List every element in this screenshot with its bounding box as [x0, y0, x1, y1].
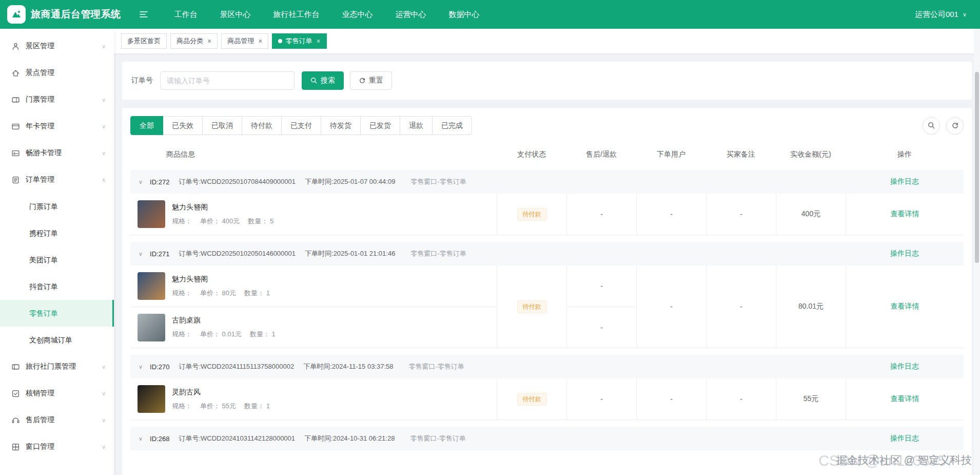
- pay-status-cell: 待付款: [497, 194, 566, 235]
- sidebar-subitem[interactable]: 文创商城订单: [0, 327, 114, 353]
- filter-tab[interactable]: 待付款: [242, 116, 282, 135]
- action-cell: 查看详情: [846, 378, 964, 420]
- close-icon[interactable]: ×: [207, 37, 211, 45]
- topnav-item[interactable]: 工作台: [163, 0, 209, 29]
- product-cell: 魅力头簪阁规格：单价： 80元数量： 1: [130, 265, 497, 307]
- sidebar-item[interactable]: 订单管理∧: [0, 166, 114, 193]
- sidebar-item[interactable]: 旅行社门票管理∨: [0, 353, 114, 380]
- refund-cell: -: [566, 378, 636, 420]
- sidebar-item[interactable]: 畅游卡管理∨: [0, 140, 114, 166]
- sidebar-subitem[interactable]: 美团订单: [0, 246, 114, 273]
- quantity: 数量： 1: [244, 289, 270, 298]
- search-button[interactable]: 搜索: [302, 71, 344, 90]
- chevron-down-icon[interactable]: ∨: [130, 179, 150, 185]
- topnav-item[interactable]: 景区中心: [209, 0, 262, 29]
- chevron-down-icon[interactable]: ∨: [130, 435, 150, 442]
- filter-tab[interactable]: 已发货: [360, 116, 400, 135]
- tab-item[interactable]: 商品管理×: [221, 33, 268, 49]
- filter-tab[interactable]: 全部: [130, 116, 163, 135]
- tab-label: 零售订单: [285, 36, 312, 46]
- order-no-label: 订单号: [131, 76, 153, 85]
- reset-button[interactable]: 重置: [350, 71, 392, 90]
- operation-log-link[interactable]: 操作日志: [890, 177, 919, 185]
- topnav-item[interactable]: 业态中心: [331, 0, 384, 29]
- sidebar-item[interactable]: 景区管理∨: [0, 33, 114, 60]
- product-spec: 规格：单价： 55元数量： 1: [172, 402, 270, 411]
- action-cell: 查看详情: [846, 194, 964, 235]
- unit-price: 单价： 80元: [200, 289, 236, 298]
- sidebar-item-label: 售后管理: [26, 415, 97, 425]
- sidebar-item[interactable]: 售后管理∨: [0, 407, 114, 433]
- order-no-input[interactable]: [160, 71, 295, 90]
- scrollbar-thumb[interactable]: [975, 72, 979, 263]
- column-header: 支付状态: [497, 150, 566, 159]
- order-group-header: ∨ID:272订单号:WCDD20250107084409000001下单时间:…: [130, 170, 964, 194]
- sidebar-item[interactable]: 景点管理: [0, 60, 114, 86]
- view-detail-link[interactable]: 查看详情: [891, 210, 919, 219]
- refund-cell: -: [566, 265, 636, 307]
- sidebar-subitem[interactable]: 抖音订单: [0, 273, 114, 300]
- order-group-header: ∨ID:271订单号:WCDD20250102050146000001下单时间:…: [130, 242, 964, 265]
- quantity: 数量： 1: [244, 402, 270, 411]
- chevron-down-icon[interactable]: ∨: [130, 364, 150, 370]
- sidebar-item-label: 旅行社门票管理: [26, 362, 97, 371]
- order-id: ID:270: [150, 363, 169, 371]
- sidebar-subitem[interactable]: 门票订单: [0, 193, 114, 220]
- sidebar-item[interactable]: 窗口管理∨: [0, 433, 114, 460]
- view-detail-link[interactable]: 查看详情: [891, 302, 919, 311]
- chevron-down-icon: ∨: [102, 417, 106, 424]
- topnav-item[interactable]: 数据中心: [438, 0, 491, 29]
- view-detail-link[interactable]: 查看详情: [891, 394, 919, 404]
- order-number: 订单号:WCDD20241115113758000002: [179, 362, 294, 371]
- close-icon[interactable]: ×: [258, 37, 262, 45]
- sidebar-item[interactable]: 年卡管理∨: [0, 113, 114, 140]
- product-name: 魅力头簪阁: [172, 275, 270, 284]
- chevron-down-icon[interactable]: ∨: [130, 251, 150, 257]
- filter-tab[interactable]: 退款: [400, 116, 433, 135]
- sidebar-collapse-button[interactable]: [136, 7, 151, 22]
- product-info: 灵韵古风规格：单价： 55元数量： 1: [172, 388, 270, 411]
- sidebar-subitem[interactable]: 零售订单: [0, 300, 114, 327]
- order-group: ∨ID:270订单号:WCDD20241115113758000002下单时间:…: [130, 355, 964, 420]
- agency-ticket-icon: [11, 363, 20, 371]
- buyer-remark-cell: -: [706, 194, 776, 235]
- table-search-button[interactable]: [923, 117, 940, 135]
- order-log-cell: 操作日志: [846, 177, 964, 186]
- filter-tab[interactable]: 已支付: [281, 116, 321, 135]
- order-group-info: ∨ID:272订单号:WCDD20250107084409000001下单时间:…: [130, 177, 846, 186]
- pay-status-badge: 待付款: [517, 393, 547, 406]
- topnav-item[interactable]: 旅行社工作台: [262, 0, 331, 29]
- scrollbar[interactable]: [974, 29, 980, 475]
- sidebar-item-label: 门票管理: [26, 95, 97, 104]
- product-info: 古韵桌旗规格：单价： 0.01元数量： 1: [172, 316, 276, 339]
- filter-tab[interactable]: 待发货: [321, 116, 361, 135]
- after-sales-icon: [11, 416, 20, 425]
- filter-tab[interactable]: 已完成: [432, 116, 472, 135]
- refund-cell: -: [566, 307, 636, 348]
- top-navbar: 旅商通后台管理系统 工作台景区中心旅行社工作台业态中心运营中心数据中心 运营公司…: [0, 0, 980, 29]
- spec-label: 规格：: [172, 217, 192, 226]
- close-icon[interactable]: ×: [316, 37, 320, 45]
- tab-item[interactable]: 多景区首页: [121, 33, 167, 49]
- order-number: 订单号:WCDD20250107084409000001: [179, 177, 296, 186]
- search-icon: [928, 122, 935, 129]
- operation-log-link[interactable]: 操作日志: [890, 249, 919, 257]
- scenic-area-icon: [11, 42, 20, 51]
- content-area: 订单号 搜索 重置 全部已失效已取消待付款已支付待发货已发货退款已完成: [114, 53, 980, 475]
- order-time: 下单时间:2025-01-07 00:44:09: [305, 177, 395, 186]
- chevron-down-icon: ∨: [102, 364, 106, 370]
- sidebar-item[interactable]: 核销管理∨: [0, 380, 114, 407]
- sidebar-subitem[interactable]: 携程订单: [0, 220, 114, 246]
- sidebar-item[interactable]: 门票管理∨: [0, 86, 114, 113]
- order-number: 订单号:WCDD20250102050146000001: [179, 249, 296, 258]
- filter-tab[interactable]: 已失效: [163, 116, 203, 135]
- topnav-item[interactable]: 运营中心: [384, 0, 438, 29]
- operation-log-link[interactable]: 操作日志: [890, 362, 919, 370]
- tab-item[interactable]: 零售订单×: [272, 33, 326, 49]
- operation-log-link[interactable]: 操作日志: [890, 434, 919, 442]
- filter-tab[interactable]: 已取消: [202, 116, 242, 135]
- company-selector[interactable]: 运营公司001 ∨: [915, 10, 967, 20]
- table-refresh-button[interactable]: [946, 117, 964, 135]
- buyer-remark-cell: -: [706, 378, 776, 420]
- tab-item[interactable]: 商品分类×: [170, 33, 218, 49]
